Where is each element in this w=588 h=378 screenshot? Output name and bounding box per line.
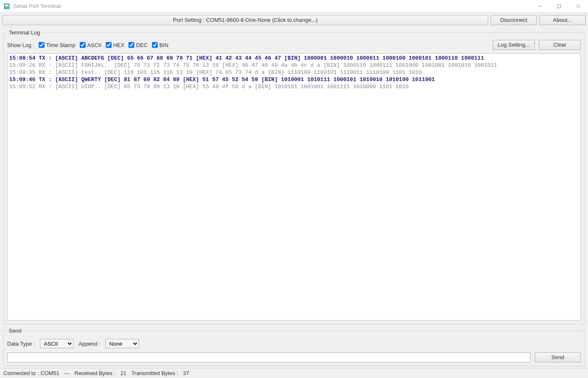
show-log-label: Show Log : xyxy=(7,42,34,48)
log-line: 15:09:35 RX : [ASCII] test.. [DEC] 116 1… xyxy=(9,69,579,76)
about-button[interactable]: About... xyxy=(539,15,585,25)
status-tx-label: Transmitted Bytes : xyxy=(131,370,178,376)
checkbox-ascii[interactable]: ASCII xyxy=(80,42,102,48)
checkbox-timestamp[interactable]: Time Stamp xyxy=(39,42,76,48)
log-area[interactable]: 15:08:54 TX : [ASCII] ABCDEFG [DEC] 65 6… xyxy=(8,54,580,320)
status-connected-label: Connected to : xyxy=(3,370,39,376)
send-group: Send Data Type : ASCII Append : None Sen… xyxy=(3,328,585,366)
clear-button[interactable]: Clear xyxy=(539,40,581,50)
checkbox-dec[interactable]: DEC xyxy=(128,42,147,48)
port-setting-button[interactable]: Port Setting : COM51-9600-8-One-None (Cl… xyxy=(3,15,488,25)
status-rx-label: Received Bytes : xyxy=(75,370,116,376)
maximize-button[interactable] xyxy=(549,0,569,13)
disconnect-button[interactable]: Disconnect xyxy=(491,15,537,25)
status-rx-value: 21 xyxy=(120,370,126,376)
status-tx-value: 37 xyxy=(183,370,189,376)
log-line: 15:09:52 RX : [ASCII] UIOP.. [DEC] 85 73… xyxy=(9,83,579,90)
minimize-button[interactable] xyxy=(530,0,549,13)
append-label: Append : xyxy=(78,341,100,347)
titlebar: Serial Port Terminal xyxy=(0,0,588,13)
terminal-log-group: Terminal Log Show Log : Time Stamp ASCII… xyxy=(3,29,585,324)
window-title: Serial Port Terminal xyxy=(13,3,61,9)
close-button[interactable] xyxy=(569,0,588,13)
append-select[interactable]: None xyxy=(105,339,139,348)
statusbar: Connected to : COM51 --- Received Bytes … xyxy=(0,368,588,378)
send-input[interactable] xyxy=(7,352,531,362)
terminal-log-legend: Terminal Log xyxy=(7,29,42,36)
svg-rect-3 xyxy=(557,5,561,8)
data-type-label: Data Type : xyxy=(7,341,35,347)
log-setting-button[interactable]: Log Setting... xyxy=(493,40,535,50)
status-sep: --- xyxy=(64,370,70,376)
app-icon xyxy=(3,3,10,10)
log-line: 15:09:26 RX : [ASCII] FGHIJKL.. [DEC] 70… xyxy=(9,62,579,69)
log-line: 15:08:54 TX : [ASCII] ABCDEFG [DEC] 65 6… xyxy=(9,55,579,62)
send-button[interactable]: Send xyxy=(535,352,581,362)
checkbox-hex[interactable]: HEX xyxy=(106,42,125,48)
status-port: COM51 xyxy=(41,370,60,376)
log-line: 15:09:46 TX : [ASCII] QWERTY [DEC] 81 87… xyxy=(9,76,579,83)
checkbox-bin[interactable]: BIN xyxy=(152,42,169,48)
data-type-select[interactable]: ASCII xyxy=(40,339,73,348)
log-controls: Show Log : Time Stamp ASCII HEX DEC BIN … xyxy=(7,39,581,53)
log-area-wrap: 15:08:54 TX : [ASCII] ABCDEFG [DEC] 65 6… xyxy=(7,53,581,320)
svg-rect-1 xyxy=(5,5,8,6)
send-legend: Send xyxy=(7,328,23,334)
toolbar: Port Setting : COM51-9600-8-One-None (Cl… xyxy=(0,13,588,28)
